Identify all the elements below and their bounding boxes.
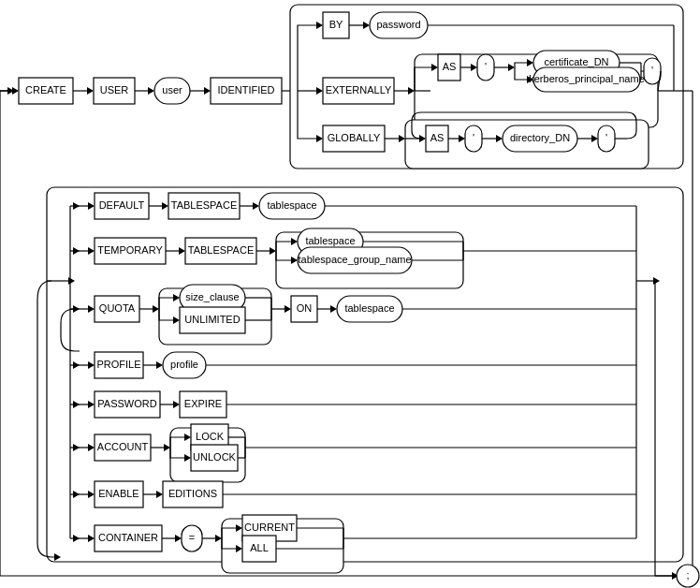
tablespace-kw-1: TABLESPACE (171, 199, 238, 211)
svg-marker-4 (87, 87, 94, 95)
svg-text:': ' (651, 65, 653, 76)
svg-marker-7 (148, 87, 154, 95)
identified-node: IDENTIFIED (217, 84, 274, 96)
profile-node: PROFILE (96, 359, 140, 370)
tablespace-group-node: tablespace_group_name (298, 254, 411, 265)
semicolon-node: ; (686, 569, 689, 581)
externally-node: EXTERNALLY (326, 84, 392, 96)
create-node: CREATE (25, 84, 66, 96)
tablespace-val-2: tablespace (344, 302, 394, 314)
unlimited-node: UNLIMITED (184, 314, 240, 325)
lock-node: LOCK (196, 431, 225, 442)
by-node: BY (329, 19, 343, 30)
enable-node: ENABLE (98, 488, 139, 499)
password-node: password (376, 19, 420, 30)
diagram-svg: CREATE USER user IDENTIFIED BY password … (0, 0, 700, 588)
tablespace-val-1: tablespace (267, 199, 316, 211)
profile-val-node: profile (170, 359, 198, 370)
eq-node: = (189, 532, 195, 543)
cert-dn-node: certificate_DN (544, 56, 608, 67)
as-node-1: AS (443, 61, 457, 72)
all-node: ALL (250, 542, 269, 553)
dir-dn-node: directory_DN (510, 132, 570, 143)
svg-text:': ' (485, 61, 487, 72)
default-node: DEFAULT (99, 199, 145, 211)
size-clause-node: size_clause (185, 291, 239, 302)
on-node: ON (297, 302, 313, 314)
user-node: USER (100, 84, 129, 96)
svg-marker-10 (204, 87, 211, 95)
quota-node: QUOTA (99, 302, 136, 314)
user-val-node: user (162, 84, 182, 96)
account-node: ACCOUNT (97, 441, 149, 452)
tablespace-kw-2: TABLESPACE (188, 244, 255, 256)
as-node-2: AS (430, 132, 445, 143)
editions-node: EDITIONS (168, 488, 217, 499)
svg-text:': ' (473, 132, 474, 143)
svg-text:': ' (605, 132, 607, 143)
password-kw-node: PASSWORD (97, 398, 156, 409)
tablespace-opt-1: tablespace (305, 235, 355, 246)
unlock-node: UNLOCK (193, 451, 237, 463)
container-node: CONTAINER (98, 532, 158, 543)
current-node: CURRENT (244, 522, 295, 533)
kerberos-node: kerberos_principal_name (529, 73, 645, 84)
globally-node: GLOBALLY (328, 132, 381, 143)
expire-node: EXPIRE (184, 398, 222, 409)
temporary-node: TEMPORARY (97, 244, 163, 256)
